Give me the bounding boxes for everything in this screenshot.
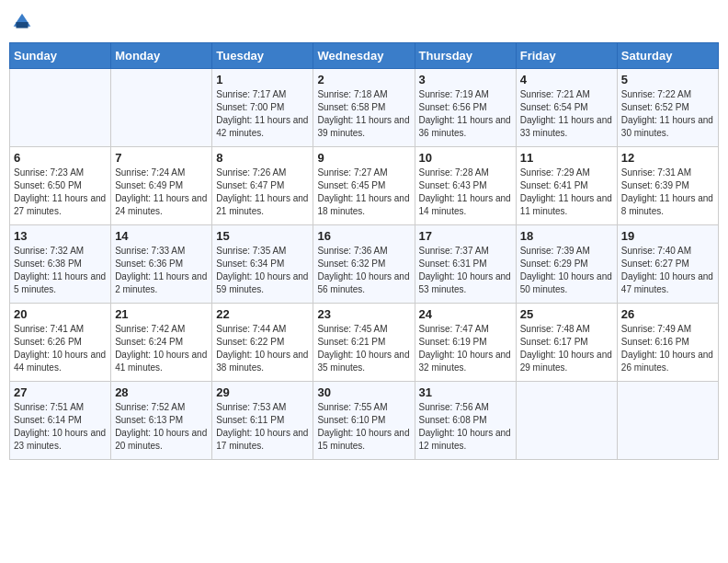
weekday-header: Thursday <box>415 43 516 69</box>
day-info: Sunrise: 7:53 AM Sunset: 6:11 PM Dayligh… <box>216 401 309 453</box>
day-number: 29 <box>216 385 309 399</box>
day-info: Sunrise: 7:21 AM Sunset: 6:54 PM Dayligh… <box>520 88 613 140</box>
day-info: Sunrise: 7:36 AM Sunset: 6:32 PM Dayligh… <box>317 245 410 296</box>
day-number: 28 <box>115 385 208 399</box>
weekday-header-row: SundayMondayTuesdayWednesdayThursdayFrid… <box>10 43 719 69</box>
day-info: Sunrise: 7:23 AM Sunset: 6:50 PM Dayligh… <box>14 167 107 218</box>
day-number: 16 <box>317 229 410 243</box>
day-number: 22 <box>216 307 309 321</box>
calendar-cell: 13Sunrise: 7:32 AM Sunset: 6:38 PM Dayli… <box>10 225 111 304</box>
calendar-cell: 23Sunrise: 7:45 AM Sunset: 6:21 PM Dayli… <box>313 304 415 382</box>
day-number: 24 <box>419 307 512 321</box>
calendar-cell <box>10 69 111 147</box>
day-number: 14 <box>115 229 208 243</box>
weekday-header: Friday <box>516 43 617 69</box>
day-number: 7 <box>115 151 208 165</box>
calendar-cell: 28Sunrise: 7:52 AM Sunset: 6:13 PM Dayli… <box>111 382 212 460</box>
calendar-week-row: 13Sunrise: 7:32 AM Sunset: 6:38 PM Dayli… <box>10 225 719 304</box>
calendar-cell: 18Sunrise: 7:39 AM Sunset: 6:29 PM Dayli… <box>516 225 617 304</box>
day-info: Sunrise: 7:41 AM Sunset: 6:26 PM Dayligh… <box>14 323 107 374</box>
day-number: 8 <box>216 151 309 165</box>
day-info: Sunrise: 7:49 AM Sunset: 6:16 PM Dayligh… <box>621 323 714 374</box>
day-number: 5 <box>621 73 714 86</box>
weekday-header: Monday <box>111 43 212 69</box>
logo-icon <box>9 9 35 35</box>
calendar-cell: 16Sunrise: 7:36 AM Sunset: 6:32 PM Dayli… <box>313 225 415 304</box>
day-number: 3 <box>419 73 512 86</box>
day-number: 26 <box>621 307 714 321</box>
calendar-cell <box>111 69 212 147</box>
calendar-cell: 12Sunrise: 7:31 AM Sunset: 6:39 PM Dayli… <box>617 147 718 225</box>
calendar-cell: 25Sunrise: 7:48 AM Sunset: 6:17 PM Dayli… <box>516 304 617 382</box>
day-info: Sunrise: 7:26 AM Sunset: 6:47 PM Dayligh… <box>216 167 309 218</box>
weekday-header: Saturday <box>617 43 718 69</box>
day-number: 27 <box>14 385 107 399</box>
calendar-cell: 20Sunrise: 7:41 AM Sunset: 6:26 PM Dayli… <box>10 304 111 382</box>
day-info: Sunrise: 7:27 AM Sunset: 6:45 PM Dayligh… <box>317 167 410 218</box>
day-info: Sunrise: 7:42 AM Sunset: 6:24 PM Dayligh… <box>115 323 208 374</box>
calendar-cell: 3Sunrise: 7:19 AM Sunset: 6:56 PM Daylig… <box>415 69 516 147</box>
calendar-cell: 22Sunrise: 7:44 AM Sunset: 6:22 PM Dayli… <box>212 304 313 382</box>
day-info: Sunrise: 7:35 AM Sunset: 6:34 PM Dayligh… <box>216 245 309 296</box>
day-number: 13 <box>14 229 107 243</box>
calendar-cell: 15Sunrise: 7:35 AM Sunset: 6:34 PM Dayli… <box>212 225 313 304</box>
day-info: Sunrise: 7:24 AM Sunset: 6:49 PM Dayligh… <box>115 167 208 218</box>
day-number: 23 <box>317 307 410 321</box>
day-number: 12 <box>621 151 714 165</box>
day-info: Sunrise: 7:28 AM Sunset: 6:43 PM Dayligh… <box>419 167 512 218</box>
day-info: Sunrise: 7:51 AM Sunset: 6:14 PM Dayligh… <box>14 401 107 453</box>
day-number: 31 <box>419 385 512 399</box>
calendar-cell: 21Sunrise: 7:42 AM Sunset: 6:24 PM Dayli… <box>111 304 212 382</box>
calendar-cell: 19Sunrise: 7:40 AM Sunset: 6:27 PM Dayli… <box>617 225 718 304</box>
calendar-cell: 2Sunrise: 7:18 AM Sunset: 6:58 PM Daylig… <box>313 69 415 147</box>
day-info: Sunrise: 7:18 AM Sunset: 6:58 PM Dayligh… <box>317 88 410 140</box>
calendar-cell: 8Sunrise: 7:26 AM Sunset: 6:47 PM Daylig… <box>212 147 313 225</box>
calendar-cell: 31Sunrise: 7:56 AM Sunset: 6:08 PM Dayli… <box>415 382 516 460</box>
calendar-cell: 4Sunrise: 7:21 AM Sunset: 6:54 PM Daylig… <box>516 69 617 147</box>
weekday-header: Sunday <box>10 43 111 69</box>
calendar-cell: 27Sunrise: 7:51 AM Sunset: 6:14 PM Dayli… <box>10 382 111 460</box>
calendar-cell: 29Sunrise: 7:53 AM Sunset: 6:11 PM Dayli… <box>212 382 313 460</box>
calendar-cell: 30Sunrise: 7:55 AM Sunset: 6:10 PM Dayli… <box>313 382 415 460</box>
day-number: 6 <box>14 151 107 165</box>
day-number: 1 <box>216 73 309 86</box>
calendar-cell: 6Sunrise: 7:23 AM Sunset: 6:50 PM Daylig… <box>10 147 111 225</box>
day-number: 25 <box>520 307 613 321</box>
logo <box>9 9 39 35</box>
calendar-cell: 11Sunrise: 7:29 AM Sunset: 6:41 PM Dayli… <box>516 147 617 225</box>
calendar-table: SundayMondayTuesdayWednesdayThursdayFrid… <box>9 42 719 460</box>
calendar-week-row: 1Sunrise: 7:17 AM Sunset: 7:00 PM Daylig… <box>10 69 719 147</box>
day-info: Sunrise: 7:56 AM Sunset: 6:08 PM Dayligh… <box>419 401 512 453</box>
day-info: Sunrise: 7:37 AM Sunset: 6:31 PM Dayligh… <box>419 245 512 296</box>
calendar-week-row: 27Sunrise: 7:51 AM Sunset: 6:14 PM Dayli… <box>10 382 719 460</box>
day-number: 21 <box>115 307 208 321</box>
calendar-week-row: 20Sunrise: 7:41 AM Sunset: 6:26 PM Dayli… <box>10 304 719 382</box>
day-number: 18 <box>520 229 613 243</box>
calendar-cell: 17Sunrise: 7:37 AM Sunset: 6:31 PM Dayli… <box>415 225 516 304</box>
weekday-header: Tuesday <box>212 43 313 69</box>
day-number: 20 <box>14 307 107 321</box>
day-number: 17 <box>419 229 512 243</box>
page-header <box>9 9 719 35</box>
day-info: Sunrise: 7:22 AM Sunset: 6:52 PM Dayligh… <box>621 88 714 140</box>
weekday-header: Wednesday <box>313 43 415 69</box>
calendar-cell: 7Sunrise: 7:24 AM Sunset: 6:49 PM Daylig… <box>111 147 212 225</box>
day-number: 15 <box>216 229 309 243</box>
calendar-cell: 9Sunrise: 7:27 AM Sunset: 6:45 PM Daylig… <box>313 147 415 225</box>
day-info: Sunrise: 7:29 AM Sunset: 6:41 PM Dayligh… <box>520 167 613 218</box>
day-info: Sunrise: 7:31 AM Sunset: 6:39 PM Dayligh… <box>621 167 714 218</box>
day-info: Sunrise: 7:48 AM Sunset: 6:17 PM Dayligh… <box>520 323 613 374</box>
day-number: 9 <box>317 151 410 165</box>
calendar-cell: 10Sunrise: 7:28 AM Sunset: 6:43 PM Dayli… <box>415 147 516 225</box>
day-info: Sunrise: 7:45 AM Sunset: 6:21 PM Dayligh… <box>317 323 410 374</box>
day-number: 4 <box>520 73 613 86</box>
day-number: 11 <box>520 151 613 165</box>
day-info: Sunrise: 7:40 AM Sunset: 6:27 PM Dayligh… <box>621 245 714 296</box>
day-info: Sunrise: 7:19 AM Sunset: 6:56 PM Dayligh… <box>419 88 512 140</box>
day-number: 30 <box>317 385 410 399</box>
day-info: Sunrise: 7:33 AM Sunset: 6:36 PM Dayligh… <box>115 245 208 296</box>
day-info: Sunrise: 7:44 AM Sunset: 6:22 PM Dayligh… <box>216 323 309 374</box>
calendar-week-row: 6Sunrise: 7:23 AM Sunset: 6:50 PM Daylig… <box>10 147 719 225</box>
day-info: Sunrise: 7:55 AM Sunset: 6:10 PM Dayligh… <box>317 401 410 453</box>
day-info: Sunrise: 7:39 AM Sunset: 6:29 PM Dayligh… <box>520 245 613 296</box>
